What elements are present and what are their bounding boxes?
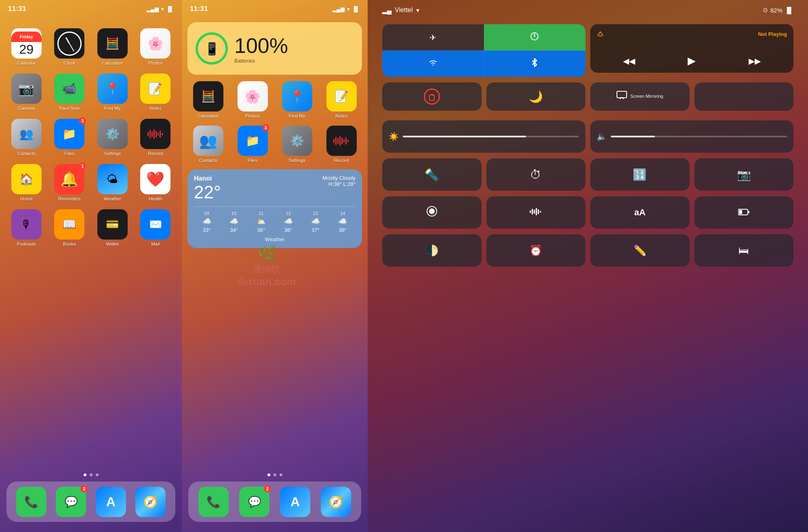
weather-widget[interactable]: Hanoi 22° Mostly Cloudy H:38° L:28° 09 ☁… xyxy=(187,169,362,248)
files-badge: 3 xyxy=(79,117,86,124)
cc-notes-tile[interactable]: ✏️ xyxy=(590,234,690,267)
appstore-icon: A xyxy=(96,487,126,517)
wallet-icon: 💳 xyxy=(97,209,128,240)
dock-messages[interactable]: 💬 2 xyxy=(56,487,86,517)
cc-airplane-btn[interactable]: ✈ xyxy=(382,24,484,50)
cc-dnd-tile[interactable]: 🌙 xyxy=(486,82,586,111)
app-files[interactable]: 📁 3 Files xyxy=(50,119,90,156)
app-camera[interactable]: 📷 Camera xyxy=(6,74,46,111)
p2-dock-phone[interactable]: 📞 xyxy=(198,487,229,517)
svg-rect-21 xyxy=(617,91,627,98)
volume-track xyxy=(611,136,787,137)
phone2-findmy[interactable]: 📍 Find My xyxy=(276,81,318,118)
phone2-contacts[interactable]: 👥 Contacts xyxy=(187,126,229,163)
cc-calculator-tile[interactable]: 🔢 xyxy=(590,158,690,191)
screen-mirroring-label: Screen Mirroring xyxy=(630,94,663,99)
cc-screen-mirroring-tile[interactable]: Screen Mirroring xyxy=(590,82,690,111)
brightness-fill xyxy=(403,136,526,137)
app-weather[interactable]: 🌤 Weather xyxy=(93,164,133,201)
svg-rect-12 xyxy=(341,138,343,144)
screen-mirror-icon xyxy=(617,91,627,102)
app-contacts[interactable]: 👥 Contacts xyxy=(6,119,46,156)
svg-rect-24 xyxy=(530,210,531,213)
phone2-notes[interactable]: 📝 Notes xyxy=(321,81,362,118)
cc-carrier-info: ▂▄ Viettel ▾ xyxy=(382,6,419,14)
cc-alarm-tile[interactable]: ⏰ xyxy=(486,234,586,267)
dot-3 xyxy=(96,473,99,476)
cc-playback-controls[interactable]: ◀◀ ▶ ▶▶ xyxy=(597,55,787,67)
signal-icon-2: ▂▄▆ xyxy=(332,6,344,12)
phone2-calculator[interactable]: 🧮 Calculator xyxy=(187,81,229,118)
app-home[interactable]: 🏠 Home xyxy=(6,164,46,201)
p2-notes-icon: 📝 xyxy=(326,81,357,111)
cc-sleep-tile[interactable]: 🛏 xyxy=(694,234,794,267)
cc-now-playing[interactable]: Not Playing ◀◀ ▶ ▶▶ xyxy=(590,24,793,73)
health-label: Health xyxy=(149,196,162,201)
cc-voice-memo-tile[interactable] xyxy=(486,196,586,229)
cc-brightness-slider[interactable]: ☀️ xyxy=(382,120,585,153)
cc-play-btn[interactable]: ▶ xyxy=(688,55,696,67)
volume-icon: 🔈 xyxy=(597,132,607,141)
app-facetime[interactable]: 📹 FaceTime xyxy=(50,74,90,111)
cc-text-size-tile[interactable]: aA xyxy=(590,196,690,229)
cc-camera-tile[interactable]: 📷 xyxy=(694,158,794,191)
p2-dot-1 xyxy=(267,473,270,476)
dock-phone[interactable]: 📞 xyxy=(16,487,46,517)
cc-rewind-btn[interactable]: ◀◀ xyxy=(623,56,635,66)
cc-extra-tile[interactable] xyxy=(694,82,794,111)
cc-timer-tile[interactable]: ⏱ xyxy=(486,158,586,191)
app-record[interactable]: Record xyxy=(136,119,176,156)
phone2-record[interactable]: Record xyxy=(321,126,362,163)
clock-circle xyxy=(57,32,82,56)
app-photos[interactable]: 🌸 Photos xyxy=(136,28,176,65)
weather-city: Hanoi xyxy=(194,175,221,182)
battery-phone-icon: 📱 xyxy=(204,42,219,56)
phone2-settings[interactable]: ⚙️ Settings xyxy=(276,126,318,163)
cal-day: Friday xyxy=(11,32,42,42)
cc-screen-record-tile[interactable] xyxy=(382,196,482,229)
cc-volume-slider[interactable]: 🔈 xyxy=(590,120,793,153)
cc-fastforward-btn[interactable]: ▶▶ xyxy=(749,56,761,66)
phone-icon: 📞 xyxy=(16,487,46,517)
reminders-badge: 1 xyxy=(79,162,86,170)
app-settings[interactable]: ⚙️ Settings xyxy=(93,119,133,156)
app-books[interactable]: 📖 Books xyxy=(50,209,90,246)
app-calendar[interactable]: Friday 29 Calendar xyxy=(6,28,46,65)
phone2-dock: 📞 💬 2 A 🧭 xyxy=(188,482,361,522)
cc-wifi-btn[interactable] xyxy=(382,50,484,77)
cc-dark-mode-tile[interactable]: 🌓 xyxy=(382,234,482,267)
cc-cellular-btn[interactable] xyxy=(484,24,586,50)
dock-appstore[interactable]: A xyxy=(96,487,126,517)
app-clock[interactable]: Clock xyxy=(50,28,90,65)
svg-rect-13 xyxy=(343,139,345,143)
dock-safari[interactable]: 🧭 xyxy=(135,487,166,517)
phone2-photos[interactable]: 🌸 Photos xyxy=(232,81,273,118)
app-notes[interactable]: 📝 Notes xyxy=(136,74,176,111)
weather-hour-14: 14 ☁️ 38° xyxy=(330,211,356,233)
cc-rotation-lock-tile[interactable] xyxy=(382,82,482,111)
calculator-icon: 🧮 xyxy=(97,28,128,59)
p2-dock-safari[interactable]: 🧭 xyxy=(321,487,351,517)
app-mail[interactable]: ✉️ Mail xyxy=(136,209,176,246)
podcasts-label: Podcasts xyxy=(17,242,36,246)
battery-widget[interactable]: 📱 100% Batteries xyxy=(187,22,362,75)
airplane-icon: ✈ xyxy=(429,33,436,42)
p2-dock-appstore[interactable]: A xyxy=(280,487,310,517)
app-findmy[interactable]: 📍 Find My xyxy=(93,74,133,111)
phone2-files[interactable]: 📁 3 Files xyxy=(232,126,273,163)
settings-label: Settings xyxy=(104,151,121,156)
app-reminders[interactable]: 🔔 1 Reminders xyxy=(50,164,90,201)
calculator-label: Calculator xyxy=(102,61,123,65)
cc-flashlight-tile[interactable]: 🔦 xyxy=(382,158,482,191)
signal-icon: ▂▄▆ xyxy=(147,6,158,12)
cc-bluetooth-btn[interactable] xyxy=(484,50,586,77)
cc-battery-tile[interactable] xyxy=(694,196,794,229)
app-podcasts[interactable]: 🎙 Podcasts xyxy=(6,209,46,246)
calculator-cc-icon: 🔢 xyxy=(633,168,647,181)
battery-icon: ▐▌ xyxy=(166,6,174,12)
app-calculator[interactable]: 🧮 Calculator xyxy=(93,28,133,65)
mail-label: Mail xyxy=(151,242,160,246)
app-health[interactable]: ❤️ Health xyxy=(136,164,176,201)
app-wallet[interactable]: 💳 Wallet xyxy=(93,209,133,246)
p2-dock-messages[interactable]: 💬 2 xyxy=(239,487,269,517)
